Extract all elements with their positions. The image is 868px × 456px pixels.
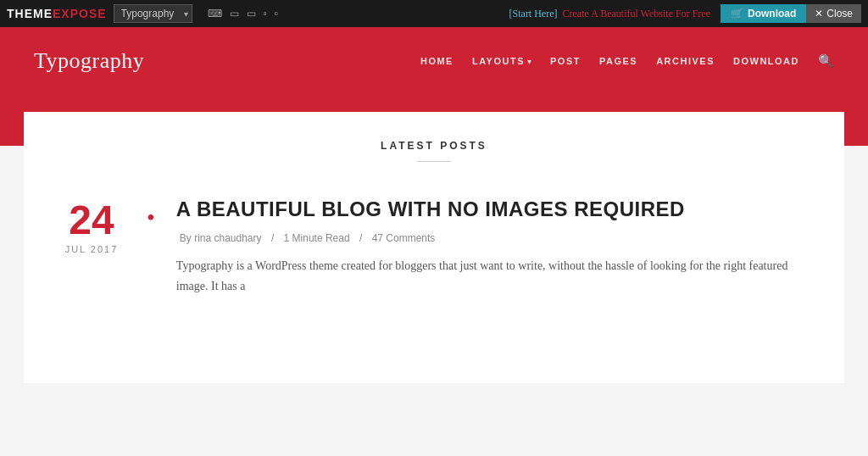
meta-sep-2: /: [359, 232, 362, 244]
view-icons: ⌨ ▭ ▭ ▫ ▫: [206, 6, 281, 22]
post-author: By rina chaudhary: [180, 232, 262, 244]
site-nav: HOME LAYOUTS ▾ POST PAGES ARCHIVES DOWNL…: [420, 53, 834, 69]
main-content: LATEST POSTS 24 JUL 2017 • A BEAUTIFUL B…: [24, 112, 844, 383]
cart-icon: 🛒: [731, 8, 743, 19]
post-read-time: 1 Minute Read: [284, 232, 350, 244]
nav-archives[interactable]: ARCHIVES: [656, 56, 715, 66]
nav-pages[interactable]: PAGES: [599, 56, 637, 66]
post-date-month-year: JUL 2017: [65, 244, 119, 254]
chevron-down-icon: ▾: [527, 57, 531, 66]
download-label: Download: [748, 8, 796, 19]
desktop-icon[interactable]: ⌨: [206, 6, 224, 22]
close-icon: ✕: [815, 8, 823, 19]
logo-expose: EXPOSE: [53, 7, 107, 20]
post-comments[interactable]: 47 Comments: [372, 232, 436, 244]
post-meta: By rina chaudhary / 1 Minute Read / 47 C…: [176, 232, 810, 244]
nav-download[interactable]: DOWNLOAD: [733, 56, 799, 66]
nav-layouts-label[interactable]: LAYOUTS: [472, 56, 525, 66]
promo-start: [Start Here]: [509, 8, 558, 20]
latest-posts-title: LATEST POSTS: [381, 140, 487, 152]
nav-post[interactable]: POST: [550, 56, 581, 66]
post-date-day: 24: [69, 200, 114, 241]
promo-link[interactable]: Create A Beautiful Website For Free: [563, 8, 710, 20]
close-label: Close: [826, 8, 853, 19]
nav-home[interactable]: HOME: [420, 56, 453, 66]
mobile-icon[interactable]: ▫: [262, 6, 269, 22]
top-bar: THEMEEXPOSE Typography ⌨ ▭ ▭ ▫ ▫ [Start …: [0, 0, 868, 27]
logo-theme: THEME: [7, 7, 53, 20]
logo: THEMEEXPOSE: [7, 7, 107, 20]
theme-selector-wrap[interactable]: Typography: [114, 4, 192, 23]
post-content: A BEAUTIFUL BLOG WITH NO IMAGES REQUIRED…: [176, 196, 810, 297]
post-title[interactable]: A BEAUTIFUL BLOG WITH NO IMAGES REQUIRED: [176, 196, 810, 222]
latest-posts-header: LATEST POSTS: [24, 137, 844, 162]
site-header: Typography HOME LAYOUTS ▾ POST PAGES ARC…: [0, 27, 868, 95]
post-item: 24 JUL 2017 • A BEAUTIFUL BLOG WITH NO I…: [24, 179, 844, 314]
section-divider: [417, 161, 451, 162]
post-excerpt: Typography is a WordPress theme created …: [176, 256, 810, 297]
post-date: 24 JUL 2017: [58, 196, 125, 254]
tablet-icon[interactable]: ▭: [228, 6, 241, 22]
close-button[interactable]: ✕ Close: [806, 4, 861, 23]
top-bar-right: [Start Here] Create A Beautiful Website …: [506, 4, 861, 23]
meta-sep-1: /: [271, 232, 274, 244]
search-icon[interactable]: 🔍: [818, 53, 834, 69]
download-button[interactable]: 🛒 Download: [721, 4, 806, 23]
theme-selector[interactable]: Typography: [114, 4, 192, 23]
top-bar-left: THEMEEXPOSE Typography ⌨ ▭ ▭ ▫ ▫: [7, 4, 280, 23]
tablet-small-icon[interactable]: ▭: [245, 6, 258, 22]
post-bullet: •: [147, 196, 155, 231]
site-title: Typography: [34, 48, 144, 74]
nav-layouts[interactable]: LAYOUTS ▾: [472, 56, 531, 66]
mobile-small-icon[interactable]: ▫: [273, 6, 280, 22]
